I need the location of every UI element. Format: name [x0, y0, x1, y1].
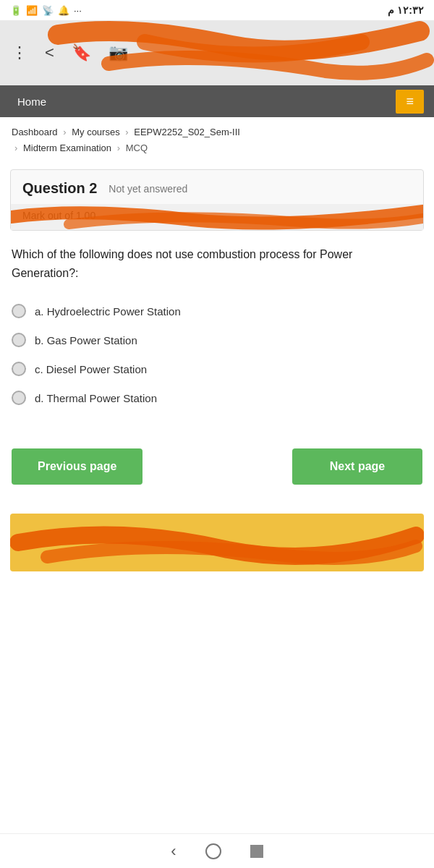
option-c-label: c. Diesel Power Station: [35, 363, 147, 375]
option-d-label: d. Thermal Power Station: [35, 392, 157, 404]
status-time: ١٢:٣٢ م: [388, 4, 424, 16]
dots-icon: ···: [74, 5, 82, 16]
question-title: Question 2: [22, 180, 97, 197]
previous-page-button[interactable]: Previous page: [12, 448, 142, 485]
question-status: Not yet answered: [109, 183, 187, 195]
radio-c[interactable]: [12, 362, 26, 376]
toolbar-area: ⋮ < 🔖 📷: [0, 20, 434, 85]
marks-row: Mark out of 1.00: [11, 204, 423, 230]
bottom-area: [10, 514, 424, 571]
question-body: Which of the following does not use comb…: [0, 231, 434, 289]
bookmark-icon[interactable]: 🔖: [72, 43, 91, 62]
nav-buttons: Previous page Next page: [0, 427, 434, 499]
scribble-overlay: [0, 20, 434, 85]
bottom-nav-bar: ‹: [0, 833, 434, 868]
share-icon[interactable]: <: [45, 43, 54, 62]
options-list: a. Hydroelectric Power Station b. Gas Po…: [0, 289, 434, 427]
alarm-icon: 🔔: [58, 5, 69, 16]
menu-button[interactable]: ≡: [396, 90, 424, 114]
breadcrumb-sep2: ›: [125, 127, 128, 137]
breadcrumb-course[interactable]: EEPW2252_S02_Sem-III: [134, 127, 240, 137]
option-a[interactable]: a. Hydroelectric Power Station: [12, 297, 422, 326]
radio-b[interactable]: [12, 333, 26, 347]
question-header: Question 2 Not yet answered: [11, 170, 423, 204]
breadcrumb-mycourses[interactable]: My courses: [72, 127, 119, 137]
breadcrumb-dashboard[interactable]: Dashboard: [12, 127, 58, 137]
breadcrumb-sep4: ›: [117, 142, 120, 153]
option-b-label: b. Gas Power Station: [35, 334, 137, 346]
home-circle-icon[interactable]: [205, 843, 221, 859]
breadcrumb-midterm[interactable]: Midterm Examination: [23, 142, 111, 153]
question-card: Question 2 Not yet answered Mark out of …: [10, 169, 424, 231]
camera-icon[interactable]: 📷: [109, 43, 128, 62]
next-page-button[interactable]: Next page: [292, 448, 422, 485]
back-icon[interactable]: ‹: [171, 842, 176, 861]
option-b[interactable]: b. Gas Power Station: [12, 326, 422, 354]
option-d[interactable]: d. Thermal Power Station: [12, 383, 422, 412]
radio-d[interactable]: [12, 391, 26, 405]
status-bar: 🔋 📶 📡 🔔 ··· ١٢:٣٢ م: [0, 0, 434, 20]
wifi-icon: 📡: [42, 5, 54, 16]
breadcrumb-sep3: ›: [14, 142, 17, 153]
status-left: 🔋 📶 📡 🔔 ···: [10, 5, 82, 16]
breadcrumb: Dashboard › My courses › EEPW2252_S02_Se…: [0, 117, 434, 159]
nav-bar: Home ≡: [0, 85, 434, 117]
bottom-scribble: [10, 514, 424, 571]
signal-icon: 📶: [26, 5, 38, 16]
breadcrumb-mcq: MCQ: [126, 142, 148, 153]
option-c[interactable]: c. Diesel Power Station: [12, 354, 422, 383]
battery-icon: 🔋: [10, 5, 22, 16]
breadcrumb-sep1: ›: [63, 127, 66, 137]
question-text: Which of the following does not use comb…: [12, 248, 352, 279]
square-icon[interactable]: [250, 845, 263, 858]
radio-a[interactable]: [12, 304, 26, 318]
option-a-label: a. Hydroelectric Power Station: [35, 305, 181, 318]
menu-dots-icon[interactable]: ⋮: [12, 43, 27, 62]
home-nav-label[interactable]: Home: [10, 95, 54, 108]
marks-label: Mark out of 1.00: [22, 210, 95, 221]
